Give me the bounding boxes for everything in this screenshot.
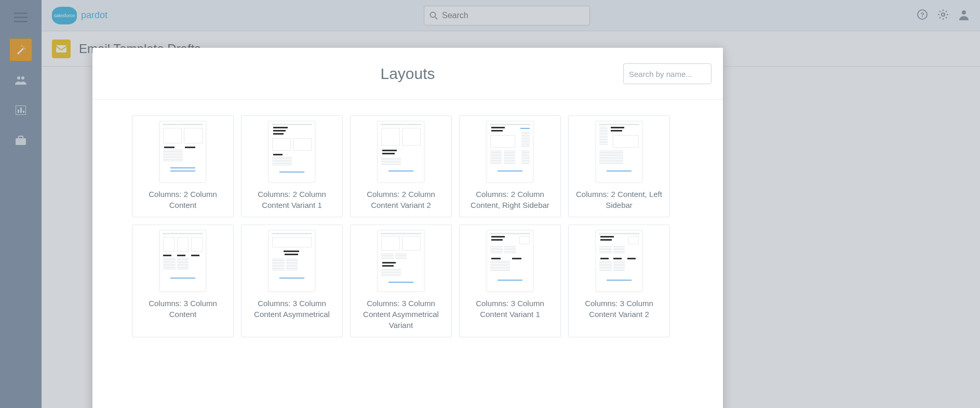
layout-card[interactable]: Columns: 3 Column Content Asymmetrical [241,225,343,337]
layout-card[interactable]: Columns: 2 Column Content [132,115,234,217]
layout-thumbnail [574,228,664,294]
layout-card[interactable]: Columns: 2 Column Content Variant 2 [350,115,452,217]
layout-thumbnail [247,228,337,294]
layout-card[interactable]: Columns: 3 Column Content Variant 1 [459,225,561,337]
layout-caption: Columns: 3 Column Content Asymmetrical [247,298,337,320]
layouts-modal: Layouts Columns: 2 Column ContentColumns… [92,48,723,408]
layout-thumbnail [138,228,228,294]
modal-body[interactable]: Columns: 2 Column ContentColumns: 2 Colu… [92,100,723,408]
layout-thumbnail [138,119,228,185]
layout-grid: Columns: 2 Column ContentColumns: 2 Colu… [132,115,683,337]
modal-header: Layouts [92,48,723,100]
layout-card[interactable]: Columns: 3 Column Content Asymmetrical V… [350,225,452,337]
layout-thumbnail [465,119,555,185]
layout-card[interactable]: Columns: 2 Column Content, Right Sidebar [459,115,561,217]
layout-thumbnail [247,119,337,185]
layout-caption: Columns: 2 Column Content, Right Sidebar [465,189,555,210]
layout-caption: Columns: 2 Column Content Variant 2 [356,189,446,210]
layout-caption: Columns: 2 Column Content Variant 1 [247,189,337,210]
layout-caption: Columns: 3 Column Content Asymmetrical V… [356,298,446,331]
layout-caption: Columns: 3 Column Content Variant 2 [574,298,664,320]
layout-card[interactable]: Columns: 3 Column Content [132,225,234,337]
layout-caption: Columns: 3 Column Content [138,298,228,320]
layout-caption: Columns: 2 Column Content [138,189,228,210]
layout-caption: Columns: 3 Column Content Variant 1 [465,298,555,320]
layout-card[interactable]: Columns: 3 Column Content Variant 2 [568,225,670,337]
layout-thumbnail [465,228,555,294]
layout-card[interactable]: Columns: 2 Column Content Variant 1 [241,115,343,217]
layout-search-input[interactable] [623,63,711,84]
layout-thumbnail [574,119,664,185]
layout-caption: Columns: 2 Content, Left Sidebar [574,189,664,210]
modal-title: Layouts [380,65,435,83]
layout-thumbnail [356,228,446,294]
layout-thumbnail [356,119,446,185]
layout-card[interactable]: Columns: 2 Content, Left Sidebar [568,115,670,217]
